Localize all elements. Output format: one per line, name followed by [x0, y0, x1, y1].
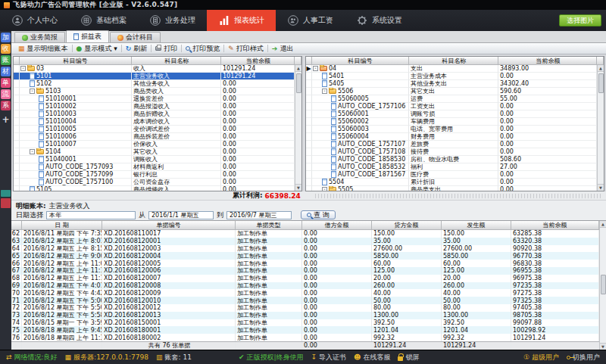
nav-item-system-settings[interactable]: 系统设置 — [345, 10, 414, 31]
strip-button-2[interactable]: 收 — [1, 44, 11, 54]
scroll-thumb[interactable] — [601, 275, 606, 294]
date-preset-select[interactable]: 本年 — [46, 211, 136, 219]
status-import-certificate[interactable]: ↧导入证书 — [311, 353, 347, 362]
toolbar-print-preview-button[interactable]: 打印预览 — [182, 43, 223, 54]
tree-row[interactable]: 5102其他业务收入0.00 — [14, 80, 295, 88]
nav-item-base-archive[interactable]: 基础档案 — [69, 10, 138, 31]
toolbar-print-button[interactable]: 打印 — [152, 43, 181, 54]
table-row[interactable]: 642016/8/12 星期五 上午 8:15:15XD.20160812000… — [11, 245, 606, 253]
scroll-thumb[interactable] — [296, 73, 301, 93]
column-header[interactable]: 科目编号 — [20, 57, 132, 65]
tree-row[interactable]: 55060003电话、宽带费用0.00 — [306, 126, 597, 133]
status-license-status[interactable]: ✔正版授权|终身使用 — [239, 353, 304, 362]
strip-button-3[interactable]: 账 — [1, 55, 11, 65]
tree-row[interactable]: 5401主营业务成本0.00 — [306, 73, 597, 80]
tab-accounting-subjects[interactable]: 会计科目 — [110, 32, 161, 42]
nav-item-personal-center[interactable]: 个人中心 — [0, 10, 69, 31]
toolbar-display-mode-button[interactable]: ●显示模式 ▾ — [73, 43, 121, 54]
collapse-icon[interactable]: - — [313, 66, 318, 71]
column-header[interactable]: 科目名称 — [409, 57, 498, 65]
tab-business-brief[interactable]: 业务简报 — [14, 32, 65, 42]
status-server-address[interactable]: ▦服务器:127.0.0.1:7798 — [65, 353, 148, 362]
tab-profit-loss[interactable]: 损益表 — [66, 30, 109, 42]
tree-row[interactable]: AUTO_CODE_1757106工资支出0.00 — [306, 103, 597, 110]
tree-row[interactable]: 5405其他业务支出34302.40 — [306, 80, 597, 88]
table-row[interactable]: 632016/8/12 星期五 上午 8:01:38XD.20160812000… — [11, 238, 606, 245]
tree-scrollbar[interactable]: ▲▼ — [597, 65, 604, 191]
nav-item-hr-payroll[interactable]: 人事工资 — [276, 10, 345, 31]
collapse-icon[interactable]: - — [20, 66, 26, 71]
table-scrollbar[interactable]: ▲ ▼ — [599, 221, 606, 350]
table-row[interactable]: 622016/8/11 星期四 下午 7:35:27XD.20160811001… — [11, 230, 606, 238]
scroll-down-icon[interactable]: ▼ — [598, 184, 604, 191]
tree-row[interactable]: AUTO_CODE_1757099银行利息0.00 — [14, 171, 295, 179]
column-header[interactable]: 科目名称 — [132, 57, 221, 65]
column-header-date[interactable]: 日 期 — [22, 221, 102, 230]
tree-row[interactable]: 5101主营业务收入101291.24 — [14, 73, 295, 80]
scroll-up-icon[interactable]: ▲ — [598, 65, 604, 72]
column-header-debit[interactable]: 借方金额 — [302, 221, 372, 230]
table-row[interactable]: 712016/8/12 星期五 下午 5:00:21XD.20160812001… — [11, 297, 606, 304]
tree-row[interactable]: AUTO_CODE_1757107差旅费0.00 — [306, 141, 597, 148]
tree-row[interactable]: 51010007价保收入0.00 — [14, 141, 295, 148]
strip-add-button[interactable]: + — [2, 114, 9, 125]
tree-row[interactable]: 51010005变价调试差价0.00 — [14, 126, 295, 133]
nav-item-business-process[interactable]: 业务处理 — [138, 10, 207, 31]
column-header-credit[interactable]: 贷方金额 — [372, 221, 442, 230]
column-header-doc-type[interactable]: 单据类型 — [236, 221, 302, 230]
collapse-icon[interactable]: - — [30, 89, 35, 94]
tree-row[interactable]: 51010006商品拆装差价0.00 — [14, 133, 295, 141]
tree-row[interactable]: 51040001调账收入0.00 — [14, 156, 295, 163]
scroll-down-icon[interactable]: ▼ — [600, 343, 606, 350]
table-row[interactable]: 742016/8/15 星期一 下午 3:59:06XD.20160815000… — [11, 319, 606, 327]
strip-extra-button-1[interactable] — [1, 190, 11, 197]
table-row[interactable]: 662016/8/12 星期五 上午 11:04:54XD.2016081200… — [11, 260, 606, 267]
strip-button-1[interactable]: 加 — [1, 33, 11, 42]
tree-row[interactable]: AUTO_CODE_1858532福利27.00 — [306, 163, 597, 171]
select-image-button[interactable]: 选择图片 — [559, 14, 601, 26]
table-row[interactable]: 752016/8/18 星期四 上午 9:45:26XD.20160818000… — [11, 326, 606, 334]
tree-row[interactable]: 55060004财务费用0.00 — [306, 133, 597, 141]
status-super-user[interactable]: ①超级用户 — [523, 353, 559, 362]
tree-row[interactable]: 51010004成本调价收入0.00 — [14, 118, 295, 126]
tree-row[interactable]: -03收入101291.24 — [14, 65, 295, 73]
tree-row[interactable]: AUTO_CODE_1757100公司资金盘存0.00 — [14, 179, 295, 186]
scroll-up-icon[interactable]: ▲ — [600, 221, 606, 228]
status-lock-screen[interactable]: 锁屏 — [398, 353, 419, 362]
tree-row[interactable]: AUTO_CODE_1757108接待费0.00 — [306, 148, 597, 156]
tree-row[interactable]: -5505商品类支出0.00 — [306, 186, 597, 191]
strip-extra-button-2[interactable] — [1, 198, 11, 208]
status-switch-user[interactable]: 切换用户 — [567, 353, 600, 362]
from-date-input[interactable]: 2016/1/1 星期五 — [148, 211, 214, 219]
nav-item-report-stats[interactable]: 报表统计 — [207, 10, 276, 31]
tree-row[interactable]: -5104其它收入0.00 — [14, 148, 295, 156]
tree-row[interactable]: AUTO_CODE_1871567医疗费0.00 — [306, 171, 597, 179]
column-header-balance[interactable]: 当前余额 — [511, 221, 599, 230]
tree-row[interactable]: 51010002商品报溢收入0.00 — [14, 103, 295, 110]
status-network-status[interactable]: ⇄网络情况:良好 — [6, 353, 58, 362]
tree-row[interactable]: AUTO_CODE_1757093材料商返利0.00 — [14, 163, 295, 171]
tree-row[interactable]: 51010001退换货差价0.00 — [14, 95, 295, 103]
column-header-doc-number[interactable]: 单据编号 — [102, 221, 236, 230]
table-row[interactable]: 672016/8/12 星期五 上午 11:13:39XD.2016081200… — [11, 267, 606, 275]
tree-row[interactable]: 5504累计折旧0.00 — [306, 179, 597, 186]
collapse-icon[interactable]: - — [322, 89, 327, 94]
toolbar-exit-button[interactable]: ➔退出 — [268, 43, 298, 54]
column-header[interactable]: 当前余额 — [221, 57, 295, 65]
strip-button-7[interactable]: 系 — [1, 101, 11, 110]
column-header-amount[interactable]: 发生额 — [442, 221, 511, 230]
column-header[interactable]: 科目编号 — [312, 57, 409, 65]
toolbar-show-detail-ledger-button[interactable]: ▦显示明细账本 — [14, 43, 72, 54]
table-row[interactable]: 732016/8/12 星期五 下午 5:58:56XD.20160812001… — [11, 312, 606, 319]
tree-scrollbar[interactable]: ▲▼ — [295, 65, 301, 191]
table-row[interactable]: 722016/8/12 星期五 下午 5:50:19XD.20160812001… — [11, 304, 606, 312]
scroll-thumb[interactable] — [598, 73, 604, 93]
tree-row[interactable]: 55060005运费55.00 — [306, 95, 597, 103]
strip-button-6[interactable]: 流 — [1, 89, 11, 99]
status-online-support[interactable]: ☻在线客服 — [354, 353, 390, 362]
tree-row[interactable]: -5506其它支出590.60 — [306, 88, 597, 95]
tree-row[interactable]: 55060001调账亏损0.00 — [306, 110, 597, 118]
collapse-icon[interactable]: - — [30, 149, 35, 154]
splitter-hatch[interactable] — [315, 194, 603, 198]
table-row[interactable]: 652016/8/12 星期五 上午 9:00:57XD.20160812000… — [11, 252, 606, 260]
